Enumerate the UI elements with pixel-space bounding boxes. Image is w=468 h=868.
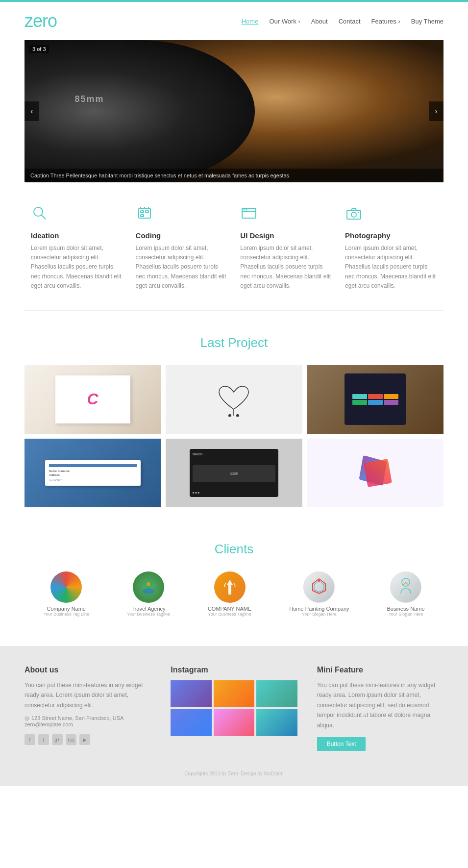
svg-line-1 (42, 215, 46, 219)
feature-text-uidesign: Lorem ipsum dolor sit amet, consectetur … (240, 244, 332, 291)
nav-contact[interactable]: Contact (339, 18, 361, 25)
footer-instagram-title: Instagram (171, 666, 297, 674)
nav-buy-theme[interactable]: Buy Theme (411, 18, 443, 25)
prev-slide-button[interactable]: ‹ (25, 101, 39, 121)
footer-mini-feature-col: Mini Feature You can put these mini-feat… (317, 666, 443, 751)
feature-photography: Photography Lorem ipsum dolor sit amet, … (345, 204, 437, 291)
footer-grid: About us You can put these mini-features… (25, 666, 443, 751)
svg-rect-7 (146, 211, 148, 213)
client-icon-1 (50, 571, 82, 603)
slide-counter: 3 of 3 (29, 45, 49, 53)
insta-thumb-6[interactable] (256, 709, 297, 736)
logo-text: zer (25, 11, 48, 31)
social-icon-tw[interactable]: t (38, 734, 49, 745)
feature-title-ideation: Ideation (31, 231, 123, 240)
insta-thumb-3[interactable] (256, 680, 297, 707)
client-logo-3: COMPANY NAME Your Business Tagline (208, 571, 251, 617)
nav-about[interactable]: About (311, 18, 328, 25)
client-name-5: Business Name (387, 606, 424, 612)
project-grid: C (25, 365, 443, 507)
insta-thumb-4[interactable] (171, 709, 211, 736)
location-icon: ◎ (25, 715, 29, 721)
footer-email: zero@template.com (25, 721, 151, 727)
project-item-5[interactable]: Nikon D20R ■ ■ ■ (166, 439, 302, 507)
client-name-3: COMPANY NAME (208, 606, 251, 612)
slide-caption: Caption Three Pellentesque habitant morb… (25, 169, 443, 182)
feature-title-coding: Coding (136, 231, 228, 240)
section-divider (25, 310, 443, 311)
svg-point-11 (244, 209, 245, 211)
feature-title-uidesign: UI Design (240, 231, 332, 240)
footer-about-col: About us You can put these mini-features… (25, 666, 151, 751)
main-nav: Home Our Work › About Contact Features ›… (242, 18, 443, 25)
features-section: Ideation Lorem ipsum dolor sit amet, con… (0, 182, 468, 305)
lens-visual (25, 40, 255, 182)
svg-rect-6 (141, 211, 144, 213)
search-icon (31, 204, 123, 225)
feature-text-coding: Lorem ipsum dolor sit amet, consectetur … (136, 244, 228, 291)
footer-mini-feature-title: Mini Feature (317, 666, 443, 674)
project-item-4[interactable]: Name SurnameAddress LAUNCHED (25, 439, 161, 507)
svg-point-14 (351, 212, 356, 217)
client-logo-2: Travel Agency Your Business Tagline (127, 571, 170, 617)
svg-point-0 (34, 207, 43, 216)
footer-copyright: Copyrights 2013 by Zero. Design by NicDi… (25, 761, 443, 776)
client-name-2: Travel Agency (127, 606, 170, 612)
client-icon-2 (133, 571, 164, 603)
svg-rect-8 (141, 215, 144, 217)
client-name-4: Home Painting Company (289, 606, 349, 612)
client-icon-4 (303, 571, 335, 603)
social-icon-rss[interactable]: rss (66, 734, 76, 745)
mini-feature-button[interactable]: Button Text (317, 737, 366, 751)
hero-slider: 3 of 3 85mm ‹ › Caption Three Pellentesq… (25, 40, 443, 182)
insta-thumb-2[interactable] (214, 680, 254, 707)
last-project-title: Last Project (25, 335, 443, 350)
instagram-grid (171, 680, 297, 736)
svg-point-15 (358, 212, 360, 213)
client-sub-1: Your Business Tag Line (43, 612, 89, 617)
social-icon-gp[interactable]: g+ (52, 734, 63, 745)
insta-thumb-5[interactable] (214, 709, 254, 736)
social-icon-fb[interactable]: f (25, 734, 35, 745)
client-icon-3 (214, 571, 246, 603)
client-logo-1: Company Name Your Business Tag Line (43, 571, 89, 617)
feature-ideation: Ideation Lorem ipsum dolor sit amet, con… (31, 204, 123, 291)
nav-features[interactable]: Features › (371, 18, 400, 25)
logo-accent: o (48, 11, 57, 31)
last-project-section: Last Project C (0, 316, 468, 527)
client-logo-5: Business Name Your Slogan Here (387, 571, 424, 617)
footer-about-text: You can put these mini-features in any w… (25, 680, 151, 710)
header: zero Home Our Work › About Contact Featu… (0, 2, 468, 40)
code-icon (136, 204, 228, 225)
svg-point-21 (147, 582, 150, 586)
project-item-3[interactable] (307, 365, 443, 434)
slide-background: 85mm (25, 40, 443, 182)
project-item-1[interactable]: C (25, 365, 161, 434)
nav-our-work[interactable]: Our Work › (269, 18, 300, 25)
next-slide-button[interactable]: › (429, 101, 443, 121)
svg-point-18 (236, 414, 239, 417)
svg-point-17 (228, 414, 231, 417)
insta-thumb-1[interactable] (171, 680, 211, 707)
client-sub-2: Your Business Tagline (127, 612, 170, 617)
clients-title: Clients (25, 542, 443, 557)
camera-icon (345, 204, 437, 225)
nav-home[interactable]: Home (242, 18, 259, 25)
client-sub-5: Your Slogan Here (387, 612, 424, 617)
feature-text-photography: Lorem ipsum dolor sit amet, consectetur … (345, 244, 437, 291)
logo: zero (25, 11, 57, 31)
footer: About us You can put these mini-features… (0, 646, 468, 786)
project-item-2[interactable] (166, 365, 302, 434)
svg-point-20 (143, 588, 154, 594)
project-item-6[interactable] (307, 439, 443, 507)
social-icon-yt[interactable]: ▶ (79, 734, 90, 745)
feature-title-photography: Photography (345, 231, 437, 240)
svg-point-22 (318, 580, 320, 582)
social-icons: f t g+ rss ▶ (25, 734, 151, 745)
footer-address: ◎ 123 Street Name, San Francisco, USA (25, 715, 151, 721)
client-logo-4: Home Painting Company Your Slogan Here (289, 571, 349, 617)
clients-section: Clients Company Name Your Business Tag L… (0, 527, 468, 636)
footer-mini-feature-text: You can put these mini-features in any w… (317, 680, 443, 730)
clients-row: Company Name Your Business Tag Line Trav… (25, 571, 443, 617)
svg-point-12 (246, 209, 247, 211)
